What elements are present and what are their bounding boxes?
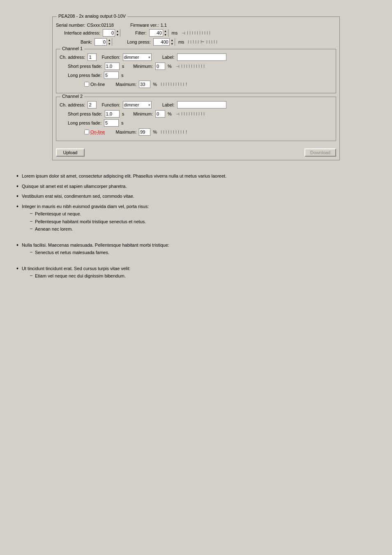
sub-text-7-0: Etiam vel neque nec dui dignissim bibend… [35,273,126,280]
bullet-0-dot: • [16,173,18,179]
ch2-function-label: Function: [101,102,120,107]
sub-bullet-5-0: – Senectus et netus malesuada fames. [30,249,169,256]
ch1-maximum-unit: % [153,82,157,87]
bullet-item-3: • Integer in mauris eu nibh euismod grav… [16,203,376,234]
ch2-min-slider[interactable]: ⊣ [176,110,204,118]
sub-text-3-1: Pellentesque habitant morbi tristique se… [35,218,146,225]
ch1-min-slider[interactable]: ⊣ [176,62,204,70]
spacer-2 [16,260,376,265]
ch2-online-label: On-line [90,130,105,134]
ch2-online-checkbox[interactable] [84,130,89,134]
longpress-slider[interactable]: ⊢ [188,38,217,46]
interface-spin-down[interactable]: ▼ [115,33,120,37]
ch1-minimum-label: Minimum: [133,64,153,69]
channel1-inner: Ch. address: 1 Function: dimmer switch v… [60,53,332,88]
ch1-minimum-unit: % [168,64,172,69]
bullet-3-text: Integer in mauris eu nibh euismod gravid… [22,204,149,209]
ch1-function-dropdown-wrap: dimmer switch value [123,53,152,61]
bank-label: Bank: [81,39,92,44]
ch1-address-row: Ch. address: 1 Function: dimmer switch v… [60,53,332,61]
filter-input[interactable]: 40 [150,30,163,36]
sub-text-5-0: Senectus et netus malesuada fames. [35,249,109,256]
filter-spin-up[interactable]: ▲ [163,29,168,33]
longpress-slider-thumb: ⊢ [201,39,205,45]
ch2-minimum-input[interactable]: 0 [155,110,165,118]
ch1-label-input[interactable] [177,53,226,61]
ch1-function-label: Function: [101,55,120,60]
bullet-item-7: • Ut tincidunt tincidunt erat. Sed cursu… [16,265,376,280]
bottom-row: Upload Download [56,146,336,157]
filter-slider[interactable]: ⊣ [182,29,210,37]
sub-dash-7-0: – [30,273,32,278]
ch2-online-max-row: On-line Maximum: 99 % [60,128,332,136]
channel2-group: Channel 2 Ch. address: 2 Function: dimme… [56,97,336,141]
channel2-inner: Ch. address: 2 Function: dimmer switch v… [60,101,332,136]
filter-spinbox-btns: ▲ ▼ [163,29,168,37]
serial-label: Serial number: [56,23,85,28]
filter-unit: ms [172,30,178,35]
ch2-minimum-unit: % [168,111,172,116]
main-panel: PEA208 - 2x analog output 0-10V Serial n… [52,16,340,160]
ch1-address-input[interactable]: 1 [88,53,97,61]
interface-spinbox-btns: ▲ ▼ [115,29,120,37]
interface-spin-up[interactable]: ▲ [115,29,120,33]
ch1-maximum-input[interactable]: 33 [139,81,150,88]
ch1-function-select[interactable]: dimmer switch value [123,53,152,61]
longpress-spin-up[interactable]: ▲ [170,38,175,42]
ch1-online-label: On-line [90,82,105,87]
bank-spinbox[interactable]: 0 ▲ ▼ [95,38,112,46]
ch1-long-press-row: Long press fade: 5 s [60,72,332,79]
ch1-short-press-input[interactable]: 1.0 [105,62,120,70]
bullet-item-0: • Lorem ipsum dolor sit amet, consectetu… [16,173,376,180]
filter-spinbox[interactable]: 40 ▲ ▼ [149,29,168,37]
bullet-3-dot: • [16,203,18,210]
bullet-7-text: Ut tincidunt tincidunt erat. Sed cursus … [22,266,130,271]
bank-spin-down[interactable]: ▼ [107,42,112,46]
ch1-long-press-input[interactable]: 5 [104,72,119,79]
bullet-5-text: Nulla facilisi. Maecenas malesuada. Pell… [22,243,169,247]
longpress-spinbox-btns: ▲ ▼ [169,38,175,46]
ch1-online-max-row: On-line Maximum: 33 % [60,81,332,88]
ch2-max-slider[interactable]: ! [161,128,187,136]
ch1-minimum-input[interactable]: 0 [155,62,165,70]
ch1-short-press-label: Short press fade: [68,64,102,69]
download-button[interactable]: Download [304,148,336,157]
ch1-online-checkbox[interactable] [84,82,89,87]
bank-input[interactable]: 0 [95,39,106,45]
ch2-short-press-input[interactable]: 1.0 [105,110,120,118]
ch2-long-press-input[interactable]: 5 [104,119,119,127]
interface-label: Interface address: [64,30,100,35]
ch2-max-slider-end: ! [186,130,187,134]
ch2-label-input[interactable] [177,101,226,109]
ch1-label-label: Label: [162,55,175,60]
ch1-short-press-row: Short press fade: 1.0 s Minimum: 0 % ⊣ [60,62,332,70]
longpress-spinbox[interactable]: 400 ▲ ▼ [153,38,175,46]
sub-bullet-3-1: – Pellentesque habitant morbi tristique … [30,218,149,225]
longpress-unit: ms [178,39,184,44]
ch2-label-label: Label: [162,102,175,107]
longpress-spin-down[interactable]: ▼ [170,42,175,46]
bullet-2-dot: • [16,193,18,199]
filter-spin-down[interactable]: ▼ [163,33,168,37]
sub-dash-3-1: – [30,218,32,223]
bullet-item-5: • Nulla facilisi. Maecenas malesuada. Pe… [16,242,376,257]
interface-spinbox[interactable]: 0 ▲ ▼ [103,29,120,37]
longpress-input[interactable]: 400 [154,39,169,45]
interface-input[interactable]: 0 [103,30,115,36]
ch2-long-press-unit: s [121,120,124,125]
bank-spin-up[interactable]: ▲ [107,38,112,42]
ch2-function-select[interactable]: dimmer switch value [123,101,152,109]
bullet-1-text: Quisque sit amet est et sapien ullamcorp… [22,183,127,190]
ch2-long-press-label: Long press fade: [68,120,101,125]
ch2-minimum-label: Minimum: [133,111,153,116]
ch2-maximum-unit: % [153,130,157,134]
bank-longpress-row: Bank: 0 ▲ ▼ Long press: 400 ▲ ▼ ms [56,38,336,46]
ch2-address-input[interactable]: 2 [88,101,97,109]
page-wrapper: PEA208 - 2x analog output 0-10V Serial n… [0,0,392,296]
upload-button[interactable]: Upload [56,148,85,157]
ch1-max-slider[interactable]: ! [161,81,187,88]
ch2-maximum-input[interactable]: 99 [139,128,150,136]
ch1-address-label: Ch. address: [60,55,85,60]
sub-bullet-3-2: – Aenean nec lorem. [30,226,149,233]
filter-slider-left: ⊣ [182,31,185,35]
